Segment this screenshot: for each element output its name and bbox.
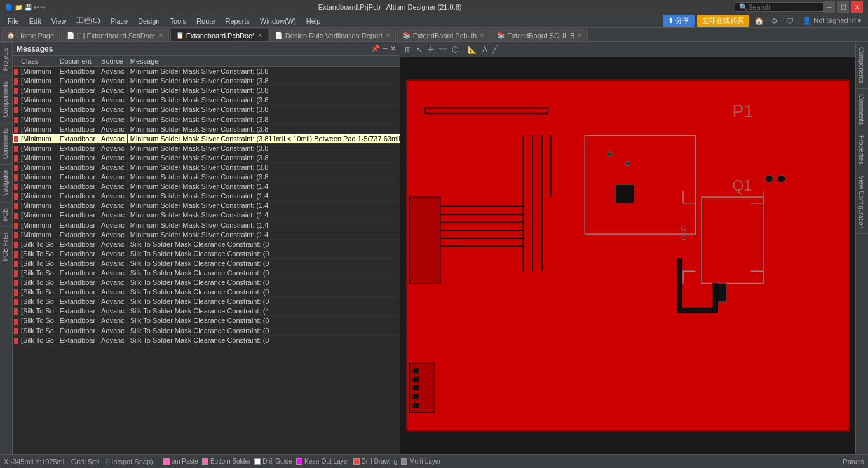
select-button[interactable]: ↖ — [414, 45, 424, 55]
tab-pcb-close[interactable]: ✕ — [257, 32, 262, 39]
cell-document: Extandboar — [57, 191, 98, 201]
table-row[interactable]: [MinimumExtandboarAdvancMinimum Solder M… — [13, 172, 400, 182]
table-row[interactable]: [Silk To SoExtandboarAdvancSilk To Solde… — [13, 249, 400, 258]
table-row[interactable]: [Silk To SoExtandboarAdvancSilk To Solde… — [13, 326, 400, 335]
tab-pcblib-close[interactable]: ✕ — [479, 32, 484, 39]
cell-source: Advanc — [98, 95, 128, 105]
route-button[interactable]: 〰 — [437, 45, 449, 55]
table-row[interactable]: [MinimumExtandboarAdvancMinimum Solder M… — [13, 124, 400, 134]
messages-pin-button[interactable]: 📌 — [371, 45, 380, 53]
table-row[interactable]: [MinimumExtandboarAdvancMinimum Solder M… — [13, 143, 400, 153]
text-button[interactable]: A — [480, 45, 489, 55]
maximize-button[interactable]: ☐ — [837, 1, 849, 13]
col-document[interactable]: Document — [57, 56, 98, 67]
menu-place[interactable]: Place — [105, 16, 133, 26]
tab-schematic[interactable]: 📄 [1] Extandboard.SchDoc* ✕ — [61, 29, 169, 41]
table-row[interactable]: [MinimumExtandboarAdvancMinimum Solder M… — [13, 134, 400, 143]
menu-edit[interactable]: Edit — [24, 16, 46, 26]
messages-close-button[interactable]: ✕ — [390, 45, 396, 53]
table-row[interactable]: [MinimumExtandboarAdvancMinimum Solder M… — [13, 95, 400, 105]
tab-schlib-close[interactable]: ✕ — [577, 32, 582, 39]
menu-reports[interactable]: Reports — [220, 16, 255, 26]
table-row[interactable]: [Silk To SoExtandboarAdvancSilk To Solde… — [13, 306, 400, 316]
table-row[interactable]: [MinimumExtandboarAdvancMinimum Solder M… — [13, 76, 400, 86]
sidebar-tab-comments[interactable]: Comments — [0, 123, 12, 164]
menu-view[interactable]: View — [46, 16, 72, 26]
table-row[interactable]: [MinimumExtandboarAdvancMinimum Solder M… — [13, 114, 400, 124]
right-sidebar-tab-view-config[interactable]: View Configuration — [856, 170, 868, 235]
tab-pcbdoc[interactable]: 📋 Extandboard.PcbDoc* ✕ — [170, 29, 268, 41]
table-row[interactable]: [MinimumExtandboarAdvancMinimum Solder M… — [13, 153, 400, 162]
table-row[interactable]: [Silk To SoExtandboarAdvancSilk To Solde… — [13, 287, 400, 297]
table-row[interactable]: [MinimumExtandboarAdvancMinimum Solder M… — [13, 210, 400, 220]
shield-button[interactable]: 🛡 — [783, 15, 796, 27]
measure-button[interactable]: 📐 — [466, 45, 479, 55]
settings-button[interactable]: ⚙ — [769, 15, 781, 27]
buy-button[interactable]: 立即在线购买 — [697, 15, 749, 27]
messages-table[interactable]: Class Document Source Message Time Date … — [13, 56, 400, 454]
table-row[interactable]: [MinimumExtandboarAdvancMinimum Solder M… — [13, 105, 400, 114]
cell-document: Extandboar — [57, 124, 98, 134]
table-row[interactable]: [Silk To SoExtandboarAdvancSilk To Solde… — [13, 239, 400, 249]
menu-help[interactable]: Help — [301, 16, 326, 26]
table-row[interactable]: [MinimumExtandboarAdvancMinimum Solder M… — [13, 220, 400, 230]
search-input[interactable] — [748, 3, 811, 11]
col-class[interactable]: Class — [18, 56, 57, 67]
col-message[interactable]: Message — [127, 56, 400, 67]
pcb-area: ⊞ ↖ ✛ 〰 ⬡ 📐 A ╱ — [400, 42, 855, 454]
cell-message: Minimum Solder Mask Sliver Constraint: (… — [127, 134, 400, 143]
sidebar-tab-components[interactable]: Components — [0, 76, 12, 123]
error-icon — [14, 107, 18, 113]
menu-file[interactable]: File — [3, 16, 24, 26]
table-row[interactable]: [MinimumExtandboarAdvancMinimum Solder M… — [13, 86, 400, 95]
menu-tools[interactable]: Tools — [165, 16, 191, 26]
cross-button[interactable]: ✛ — [426, 45, 436, 55]
table-row[interactable]: [MinimumExtandboarAdvancMinimum Solder M… — [13, 162, 400, 172]
table-row[interactable]: [Silk To SoExtandboarAdvancSilk To Solde… — [13, 258, 400, 268]
col-source[interactable]: Source — [98, 56, 128, 67]
window-controls: ─ ☐ ✕ — [824, 1, 863, 13]
line-button[interactable]: ╱ — [491, 45, 499, 55]
tab-sch-close[interactable]: ✕ — [158, 32, 163, 39]
table-row[interactable]: [MinimumExtandboarAdvancMinimum Solder M… — [13, 191, 400, 201]
tab-home[interactable]: 🏠 Home Page — [1, 29, 60, 41]
cell-source: Advanc — [98, 201, 128, 210]
user-button[interactable]: 👤 Not Signed In ▾ — [799, 15, 865, 26]
close-button[interactable]: ✕ — [851, 1, 863, 13]
sidebar-tab-pcbfilter[interactable]: PCB Filter — [0, 226, 12, 266]
messages-minimize-button[interactable]: ─ — [383, 45, 388, 53]
menu-project[interactable]: 工程(C) — [71, 15, 105, 27]
tab-drc[interactable]: 📄 Design Rule Verification Report ✕ — [269, 29, 396, 41]
table-row[interactable]: [MinimumExtandboarAdvancMinimum Solder M… — [13, 182, 400, 191]
svg-point-25 — [607, 151, 612, 156]
table-row[interactable]: [Silk To SoExtandboarAdvancSilk To Solde… — [13, 316, 400, 326]
table-row[interactable]: [Silk To SoExtandboarAdvancSilk To Solde… — [13, 278, 400, 287]
share-button[interactable]: ⬆ 分享 — [663, 15, 695, 27]
cell-class: [Minimum — [18, 153, 57, 162]
tab-drc-close[interactable]: ✕ — [385, 32, 390, 39]
search-area[interactable]: 🔍 — [735, 2, 824, 12]
sidebar-tab-pcb[interactable]: PCB — [0, 202, 12, 226]
right-sidebar-tab-properties[interactable]: Properties — [856, 130, 868, 170]
minimize-button[interactable]: ─ — [824, 1, 835, 13]
table-row[interactable]: [MinimumExtandboarAdvancMinimum Solder M… — [13, 67, 400, 76]
table-row[interactable]: [Silk To SoExtandboarAdvancSilk To Solde… — [13, 335, 400, 345]
component-button[interactable]: ⬡ — [450, 45, 460, 55]
table-row[interactable]: [MinimumExtandboarAdvancMinimum Solder M… — [13, 201, 400, 210]
table-row[interactable]: [MinimumExtandboarAdvancMinimum Solder M… — [13, 230, 400, 239]
table-row[interactable]: [Silk To SoExtandboarAdvancSilk To Solde… — [13, 268, 400, 277]
table-row[interactable]: [Silk To SoExtandboarAdvancSilk To Solde… — [13, 297, 400, 306]
tab-schlib[interactable]: 📚 ExtendBoard.SCHLIB ✕ — [491, 29, 588, 41]
cell-class: [Silk To So — [18, 258, 57, 268]
tab-pcblib[interactable]: 📚 ExtendBoard.PcbLib ✕ — [397, 29, 490, 41]
menu-design[interactable]: Design — [133, 16, 165, 26]
right-sidebar-tab-comments[interactable]: Comments — [856, 89, 868, 130]
home-button[interactable]: 🏠 — [752, 15, 766, 27]
panels-button[interactable]: Panels — [843, 458, 864, 465]
zoom-fit-button[interactable]: ⊞ — [403, 45, 413, 55]
sidebar-tab-projects[interactable]: Projects — [0, 42, 12, 76]
menu-window[interactable]: Window(W) — [255, 16, 301, 26]
right-sidebar-tab-components[interactable]: Components — [856, 42, 868, 89]
sidebar-tab-navigator[interactable]: Navigator — [0, 164, 12, 202]
menu-route[interactable]: Route — [191, 16, 220, 26]
